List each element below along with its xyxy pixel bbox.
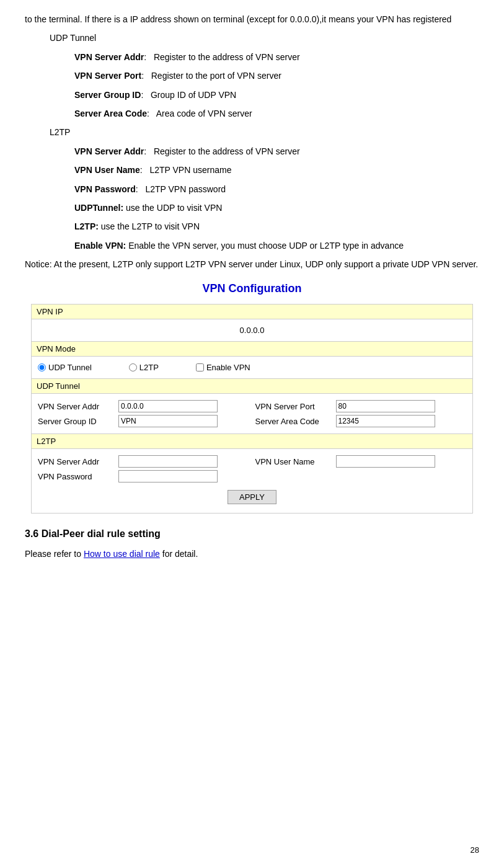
- vpn-user-name-field-label: VPN User Name: [255, 457, 336, 466]
- radio-l2tp-item: L2TP: [129, 363, 159, 372]
- checkbox-enable-label: Enable VPN: [206, 363, 250, 372]
- l2tp2-desc: use the L2TP to visit VPN: [101, 221, 200, 231]
- notice-text: Notice: At the present, L2TP only suppor…: [25, 257, 479, 271]
- udptunnel-label: UDPTunnel:: [74, 203, 123, 213]
- vpn-server-addr2-label: VPN Server Addr: [74, 146, 144, 156]
- vpn-server-addr2-desc: Register to the address of VPN server: [154, 146, 300, 156]
- vpn-mode-body: UDP Tunnel L2TP Enable VPN: [32, 357, 472, 379]
- vpn-password-field-label: VPN Password: [38, 472, 118, 481]
- vpn-password-label: VPN Password: [74, 184, 136, 194]
- refer-text-before: Please refer to: [25, 549, 84, 559]
- vpn-server-port-input[interactable]: [336, 400, 435, 412]
- vpn-password-input[interactable]: [118, 470, 218, 482]
- dial-rule-link[interactable]: How to use dial rule: [84, 549, 160, 559]
- vpn-user-name-desc: L2TP VPN username: [149, 165, 231, 175]
- checkbox-enable-vpn-item: Enable VPN: [196, 363, 250, 372]
- l2tp-body: VPN Server Addr VPN User Name VPN Passwo…: [32, 449, 472, 513]
- radio-l2tp-label: L2TP: [139, 363, 159, 372]
- page-number: 28: [471, 845, 479, 855]
- udptunnel-desc: use the UDP to visit VPN: [126, 203, 222, 213]
- server-group-id-desc: Group ID of UDP VPN: [151, 90, 236, 100]
- vpn-ip-value: 0.0.0.0: [38, 323, 466, 337]
- vpn-ip-header: VPN IP: [32, 305, 472, 319]
- vpn-user-name-label: VPN User Name: [74, 165, 140, 175]
- vpn-server-addr-input[interactable]: [118, 400, 218, 412]
- vpn-config-title: VPN Configuration: [25, 282, 479, 295]
- vpn-server-port-desc: Register to the port of VPN server: [151, 71, 281, 81]
- server-group-id-label: Server Group ID: [74, 90, 141, 100]
- l2tp-vpn-server-addr-label: VPN Server Addr: [38, 457, 118, 466]
- checkbox-enable-vpn[interactable]: [196, 363, 204, 371]
- vpn-server-port-field-label: VPN Server Port: [255, 402, 336, 411]
- udp-tunnel-header: UDP Tunnel: [32, 379, 472, 394]
- enable-vpn-label: Enable VPN:: [74, 241, 126, 251]
- vpn-server-port-label: VPN Server Port: [74, 71, 141, 81]
- server-area-code-field-label: Server Area Code: [255, 417, 336, 426]
- section36-heading: 3.6 Dial-Peer dial rule setting: [25, 528, 479, 540]
- intro-line1: to the terminal. If there is a IP addres…: [25, 12, 479, 26]
- vpn-server-addr-label: VPN Server Addr: [74, 52, 144, 62]
- vpn-ip-body: 0.0.0.0: [32, 319, 472, 342]
- vpn-server-addr-desc: Register to the address of VPN server: [154, 52, 300, 62]
- apply-button[interactable]: APPLY: [228, 490, 276, 504]
- vpn-server-addr-field-label: VPN Server Addr: [38, 402, 118, 411]
- server-area-code-desc: Area code of VPN server: [156, 109, 252, 118]
- radio-udp-item: UDP Tunnel: [38, 363, 92, 372]
- enable-vpn-desc: Enable the VPN server, you must choose U…: [128, 241, 404, 251]
- server-group-id-input[interactable]: [118, 415, 218, 427]
- vpn-config-box: VPN IP 0.0.0.0 VPN Mode UDP Tunnel L2TP …: [31, 304, 473, 514]
- l2tp-header: L2TP: [32, 434, 472, 449]
- vpn-mode-header: VPN Mode: [32, 342, 472, 357]
- server-area-code-input[interactable]: [336, 415, 435, 427]
- udp-tunnel-label: UDP Tunnel: [50, 31, 479, 45]
- refer-paragraph: Please refer to How to use dial rule for…: [25, 547, 479, 561]
- refer-text-after: for detail.: [160, 549, 198, 559]
- udp-tunnel-body: VPN Server Addr VPN Server Port Server G…: [32, 394, 472, 434]
- vpn-user-name-input[interactable]: [336, 455, 435, 468]
- l2tp2-label: L2TP:: [74, 221, 99, 231]
- server-group-id-field-label: Server Group ID: [38, 417, 118, 426]
- l2tp-label: L2TP: [50, 125, 479, 139]
- l2tp-vpn-server-addr-input[interactable]: [118, 455, 218, 468]
- radio-udp-label: UDP Tunnel: [48, 363, 92, 372]
- radio-udp-tunnel[interactable]: [38, 363, 46, 371]
- vpn-password-desc: L2TP VPN password: [145, 184, 226, 194]
- server-area-code-label: Server Area Code: [74, 109, 147, 118]
- radio-l2tp[interactable]: [129, 363, 137, 371]
